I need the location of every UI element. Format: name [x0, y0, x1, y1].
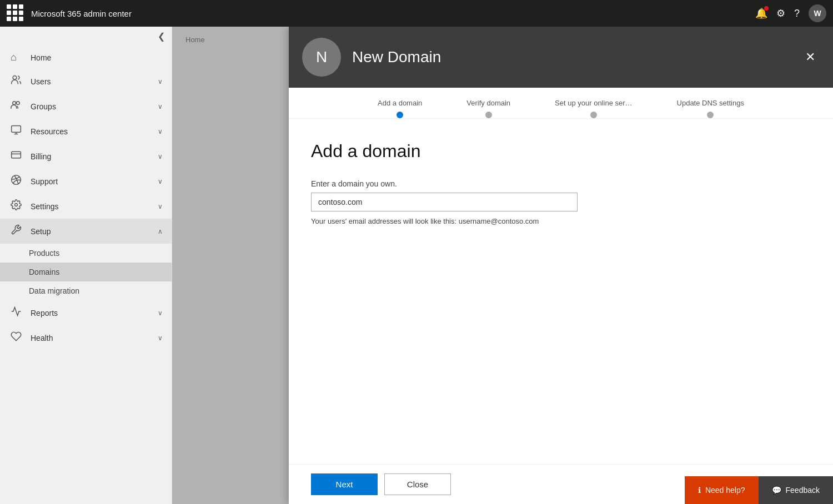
chevron-up-icon: ∧	[158, 228, 163, 235]
sidebar-item-label: Support	[31, 177, 158, 186]
chevron-down-icon: ∨	[158, 309, 163, 317]
app-title: Microsoft 365 admin center	[31, 9, 755, 18]
sidebar-item-support[interactable]: Support ∨	[0, 169, 172, 194]
main-layout: ❮ ⌂ Home Users ∨ Groups ∨ Resources ∨	[0, 27, 833, 504]
step-dot-active	[397, 112, 403, 118]
chevron-down-icon: ∨	[158, 203, 163, 210]
sidebar-item-label: Billing	[31, 152, 158, 161]
sidebar-item-label: Reports	[31, 309, 158, 317]
svg-point-2	[16, 102, 19, 105]
step-label: Set up your online ser…	[555, 99, 632, 107]
step-add-domain: Add a domain	[378, 99, 422, 118]
sidebar-item-billing[interactable]: Billing ∨	[0, 144, 172, 169]
sidebar-sub-item-products[interactable]: Products	[0, 244, 172, 263]
sidebar-item-label: Groups	[31, 102, 158, 111]
notification-dot	[764, 6, 769, 11]
sidebar-item-users[interactable]: Users ∨	[0, 69, 172, 94]
svg-point-1	[13, 102, 16, 105]
sidebar-item-groups[interactable]: Groups ∨	[0, 94, 172, 119]
sidebar-item-health[interactable]: Health ∨	[0, 325, 172, 350]
close-button[interactable]: ✕	[801, 46, 820, 69]
close-button[interactable]: Close	[384, 473, 451, 495]
step-setup-online: Set up your online ser…	[555, 99, 632, 118]
stepper: Add a domain Verify domain Set up your o…	[289, 88, 833, 119]
chevron-down-icon: ∨	[158, 153, 163, 160]
step-label: Verify domain	[466, 99, 510, 107]
collapse-icon: ❮	[158, 31, 165, 42]
domain-input[interactable]	[311, 193, 578, 211]
sub-item-label: Domains	[29, 268, 59, 276]
step-update-dns: Update DNS settings	[677, 99, 744, 118]
bottom-bar: ℹ Need help? 💬 Feedback	[685, 476, 833, 504]
support-icon	[11, 174, 24, 188]
help-circle-icon: ℹ	[698, 486, 701, 495]
sub-item-label: Data migration	[29, 286, 79, 295]
need-help-label: Need help?	[705, 486, 745, 495]
sidebar-item-label: Health	[31, 334, 158, 342]
sidebar-sub-item-data-migration[interactable]: Data migration	[0, 281, 172, 300]
next-button[interactable]: Next	[311, 473, 378, 495]
billing-icon	[11, 149, 24, 163]
step-label: Update DNS settings	[677, 99, 744, 107]
settings-icon[interactable]: ⚙	[776, 7, 785, 19]
chevron-down-icon: ∨	[158, 78, 163, 85]
chevron-down-icon: ∨	[158, 334, 163, 342]
setup-icon	[11, 224, 24, 238]
chevron-down-icon: ∨	[158, 178, 163, 185]
user-avatar[interactable]: W	[809, 4, 826, 22]
field-label: Enter a domain you own.	[311, 179, 811, 188]
sidebar: ❮ ⌂ Home Users ∨ Groups ∨ Resources ∨	[0, 27, 172, 504]
sidebar-item-home[interactable]: ⌂ Home	[0, 46, 172, 69]
sidebar-item-label: Home	[31, 53, 163, 62]
svg-rect-4	[12, 152, 21, 158]
feedback-chat-icon: 💬	[772, 486, 781, 495]
panel-avatar: N	[302, 38, 341, 77]
help-icon[interactable]: ?	[794, 8, 800, 19]
need-help-button[interactable]: ℹ Need help?	[685, 476, 759, 504]
waffle-button[interactable]	[7, 4, 24, 22]
resources-icon	[11, 124, 24, 138]
svg-rect-3	[12, 126, 21, 133]
sidebar-item-label: Settings	[31, 202, 158, 211]
step-dot-inactive	[485, 112, 492, 118]
feedback-button[interactable]: 💬 Feedback	[759, 476, 833, 504]
sidebar-item-label: Users	[31, 77, 158, 86]
chevron-down-icon: ∨	[158, 103, 163, 110]
home-icon: ⌂	[11, 52, 24, 63]
field-hint: Your users' email addresses will look li…	[311, 217, 811, 225]
topbar: Microsoft 365 admin center 🔔 ⚙ ? W	[0, 0, 833, 27]
reports-icon	[11, 306, 24, 320]
panel-header: N New Domain ✕	[289, 27, 833, 88]
sidebar-collapse-button[interactable]: ❮	[0, 27, 172, 46]
users-icon	[11, 74, 24, 88]
svg-point-0	[13, 76, 17, 80]
content-area: Home N New Domain ✕ Add a domain Ver	[172, 27, 833, 504]
step-dot-inactive	[590, 112, 597, 118]
sidebar-item-resources[interactable]: Resources ∨	[0, 119, 172, 144]
step-label: Add a domain	[378, 99, 422, 107]
chevron-down-icon: ∨	[158, 128, 163, 135]
sidebar-item-setup[interactable]: Setup ∧	[0, 219, 172, 244]
step-verify-domain: Verify domain	[466, 99, 510, 118]
sidebar-item-label: Setup	[31, 227, 158, 236]
health-icon	[11, 331, 24, 345]
feedback-label: Feedback	[786, 486, 820, 495]
sidebar-item-reports[interactable]: Reports ∨	[0, 300, 172, 325]
sidebar-sub-item-domains[interactable]: Domains	[0, 263, 172, 281]
topbar-icons: 🔔 ⚙ ? W	[755, 4, 826, 22]
panel-title: New Domain	[352, 48, 801, 66]
svg-point-6	[15, 204, 18, 206]
notification-bell[interactable]: 🔔	[755, 7, 767, 19]
sidebar-item-settings[interactable]: Settings ∨	[0, 194, 172, 219]
new-domain-panel: N New Domain ✕ Add a domain Verify domai…	[289, 27, 833, 504]
sidebar-item-label: Resources	[31, 127, 158, 136]
settings-icon	[11, 199, 24, 213]
section-title: Add a domain	[311, 141, 811, 162]
groups-icon	[11, 99, 24, 113]
panel-body: Add a domain Enter a domain you own. You…	[289, 119, 833, 464]
overlay: N New Domain ✕ Add a domain Verify domai…	[172, 27, 833, 504]
step-dot-inactive	[707, 112, 714, 118]
sub-item-label: Products	[29, 249, 59, 258]
